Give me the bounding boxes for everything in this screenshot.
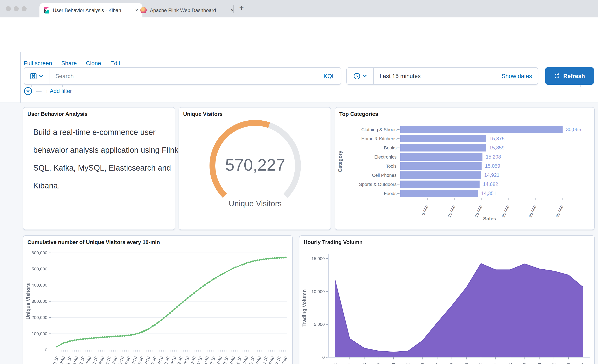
svg-text:5,000: 5,000 [421,205,429,216]
browser-tab-strip: User Behavior Analysis - Kiban × Apache … [0,0,598,17]
share-link[interactable]: Share [61,60,77,66]
svg-text:10: 10 [478,363,483,364]
svg-text:Books: Books [384,145,397,150]
panel-title: User Behavior Analysis [27,111,88,117]
svg-text:4: 4 [391,363,396,364]
svg-text:Cell Phones: Cell Phones [372,173,397,178]
flink-favicon [140,7,147,13]
svg-text:20,000: 20,000 [501,205,510,218]
svg-text:6: 6 [420,363,425,364]
clock-icon [353,73,360,80]
svg-text:1: 1 [347,363,352,364]
svg-text:Unique Visitors: Unique Visitors [25,283,31,320]
svg-text:Clothing & Shoes: Clothing & Shoes [361,127,397,132]
refresh-icon [554,73,560,79]
search-bar: Search KQL [24,67,341,85]
window-minimize-button[interactable] [14,6,19,11]
window-zoom-button[interactable] [22,6,27,11]
svg-text:Sales: Sales [483,216,496,221]
svg-text:11: 11 [493,363,498,364]
svg-text:Home & Kitchens: Home & Kitchens [361,136,397,141]
svg-text:Trading Volumn: Trading Volumn [301,289,307,327]
chevron-down-icon [363,74,367,77]
svg-text:7: 7 [435,363,440,364]
full-screen-link[interactable]: Full screen [24,60,52,66]
window-close-button[interactable] [6,6,11,11]
svg-text:15,875: 15,875 [490,136,505,141]
panel-cumulative-visitors: Cumulative number of Unique Visitors eve… [23,235,293,364]
svg-text:200,000: 200,000 [32,315,47,320]
unique-visitors-gauge-chart: 570,227Unique Visitors [179,107,331,230]
cumulative-visitors-line-chart: 0100,000200,000300,000400,000500,000600,… [23,236,293,364]
filter-dash: — [36,88,42,94]
panel-hourly-trading-volume: Hourly Trading Volumn 05,00010,00015,000… [299,235,595,364]
dashboard-action-bar: Full screen Share Clone Edit [24,60,120,66]
save-icon [30,73,37,80]
svg-text:3: 3 [376,363,381,364]
show-dates-link[interactable]: Show dates [502,73,532,79]
svg-text:15,208: 15,208 [486,154,501,160]
svg-text:8: 8 [449,363,454,364]
svg-text:2: 2 [362,363,366,364]
svg-text:10,000: 10,000 [311,289,325,294]
time-picker-quick-button[interactable] [347,68,374,84]
markdown-body: Build a real-time e-commence user behava… [33,123,178,195]
panel-markdown: User Behavior Analysis Build a real-time… [23,107,175,230]
svg-text:Sports & Outdoors: Sports & Outdoors [359,182,397,187]
svg-text:0: 0 [45,348,47,352]
search-input[interactable]: Search [55,73,324,79]
svg-text:30,065: 30,065 [566,127,581,132]
tab-user-behavior-analysis[interactable]: User Behavior Analysis - Kiban × [40,3,142,17]
edit-link[interactable]: Edit [110,60,120,66]
saved-query-button[interactable] [24,68,50,84]
svg-text:25,000: 25,000 [528,205,537,218]
svg-text:600,000: 600,000 [32,250,47,255]
svg-text:570,227: 570,227 [225,156,285,174]
svg-text:15,859: 15,859 [489,145,504,150]
kql-button[interactable]: KQL [324,73,335,79]
svg-text:400,000: 400,000 [32,283,47,287]
time-picker: Last 15 minutes Show dates [346,67,538,85]
svg-text:17: 17 [581,363,585,364]
svg-text:14,351: 14,351 [481,191,496,196]
svg-text:00:10: 00:10 [51,356,59,364]
svg-text:15,000: 15,000 [311,256,325,261]
svg-text:12: 12 [508,363,513,364]
hourly-trading-volume-area-chart: 05,00010,00015,0000123456789101112131415… [299,236,595,364]
svg-text:Foods: Foods [384,191,397,196]
svg-text:15,000: 15,000 [474,205,483,218]
refresh-button[interactable]: Refresh [545,67,594,85]
filter-icon[interactable] [24,87,32,96]
svg-text:0: 0 [322,355,325,360]
top-categories-bar-chart: Clothing & Shoes30,065Home & Kitchens15,… [335,107,595,230]
svg-text:Tools: Tools [386,163,397,169]
kibana-favicon [44,7,50,14]
chevron-down-icon [39,74,43,77]
tab-title: Apache Flink Web Dashboard [150,7,227,13]
svg-text:5,000: 5,000 [314,322,325,327]
svg-text:10,000: 10,000 [447,205,457,218]
svg-text:15,059: 15,059 [485,163,500,169]
svg-text:500,000: 500,000 [32,267,47,271]
svg-text:300,000: 300,000 [32,299,47,304]
svg-text:30,000: 30,000 [555,205,564,218]
new-tab-button[interactable]: + [239,3,244,12]
kibana-header: D Dashboard / User Behavior Analysis [0,35,598,52]
svg-text:15: 15 [551,363,556,364]
svg-text:Electronics: Electronics [374,154,397,160]
svg-text:16: 16 [566,363,571,364]
screen: User Behavior Analysis - Kiban × Apache … [0,0,598,364]
clone-link[interactable]: Clone [86,60,101,66]
svg-text:Unique Visitors: Unique Visitors [229,199,282,208]
add-filter-link[interactable]: + Add filter [45,88,72,94]
panel-unique-visitors-gauge: Unique Visitors 570,227Unique Visitors [179,107,331,230]
tab-apache-flink[interactable]: Apache Flink Web Dashboard × [137,3,237,17]
svg-text:5: 5 [406,363,410,364]
panel-top-categories: Top Categories Clothing & Shoes30,065Hom… [335,107,595,230]
svg-text:14: 14 [537,363,541,364]
time-range-value[interactable]: Last 15 minutes [380,73,502,79]
svg-text:100,000: 100,000 [32,331,47,336]
tab-separator [233,5,234,13]
svg-text:14,921: 14,921 [484,172,499,178]
svg-text:Category: Category [337,150,343,172]
